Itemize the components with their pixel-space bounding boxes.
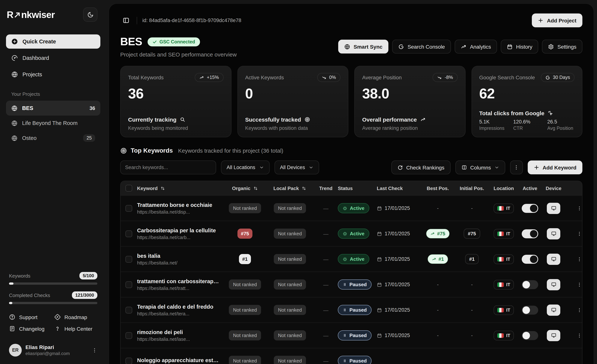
device-button[interactable] [547,253,560,265]
sidebar-item-projects[interactable]: Projects [6,67,100,82]
row-kebab-icon[interactable] [577,282,582,287]
trend-down-icon [322,75,327,80]
active-toggle[interactable] [522,229,538,238]
row-checkbox[interactable] [126,205,132,212]
italy-flag-icon [497,231,503,236]
cursor-click-icon [548,110,554,116]
keyword-url: https://besitalia.net/lase... [137,336,220,342]
active-toggle[interactable] [522,204,538,213]
columns-icon [461,165,467,170]
monitor-icon [551,231,556,236]
refresh-icon [397,165,403,170]
active-toggle[interactable] [522,305,538,314]
calendar-icon [507,44,513,50]
devices-filter[interactable]: All Devices [274,160,319,174]
check-rankings-button[interactable]: Check Rankings [391,160,450,174]
row-checkbox[interactable] [126,281,132,288]
row-checkbox[interactable] [126,332,132,339]
row-checkbox[interactable] [126,357,132,364]
device-button[interactable] [547,330,560,341]
logo-text-suffix: nkwiser [21,9,55,20]
keyword-name[interactable]: trattamenti con carbossiterapia,carbossi… [137,278,220,284]
select-all-checkbox[interactable] [126,185,132,191]
trend-badge: -8% [433,73,457,82]
row-kebab-icon[interactable] [577,257,582,262]
row-kebab-icon[interactable] [577,205,582,211]
project-item-bes[interactable]: BES 36 [6,101,100,116]
col-local-pack[interactable]: Local Pack [266,185,314,191]
changelog-link[interactable]: Changelog [9,326,52,332]
globe-icon [11,71,18,78]
user-menu-kebab-icon[interactable] [92,347,97,353]
col-organic[interactable]: Organic [224,185,266,191]
sidebar-item-dashboard[interactable]: Dashboard [6,51,100,65]
tab-analytics[interactable]: Analytics [455,40,497,53]
trend-up-icon [199,75,204,80]
tab-search-console[interactable]: Search Console [392,40,451,53]
tab-history[interactable]: History [501,40,538,53]
device-button[interactable] [547,304,560,316]
project-name: Life Beyond The Room [22,120,78,126]
columns-button[interactable]: Columns [455,160,505,174]
active-toggle[interactable] [522,280,538,289]
theme-toggle-button[interactable] [83,8,97,22]
row-kebab-icon[interactable] [577,333,582,338]
avatar: ER [9,344,22,356]
user-profile[interactable]: ER Elias Ripari eliasripari@gmail.com [8,341,99,359]
sidebar-collapse-button[interactable] [120,15,132,26]
project-item-osteo[interactable]: Osteo 25 [6,130,100,145]
keyword-search-input[interactable] [125,165,211,170]
project-item-life-beyond-the-room[interactable]: Life Beyond The Room [6,116,100,130]
keyword-name[interactable]: Trattamento borse e occhiaie [137,202,220,208]
row-checkbox[interactable] [126,307,132,313]
row-checkbox[interactable] [126,230,132,237]
sidebar-item-quick-create[interactable]: Quick Create [6,34,100,49]
chevron-down-icon [259,165,264,170]
locations-filter[interactable]: All Locations [221,160,269,174]
keyword-search[interactable] [120,160,216,174]
checks-usage-progressbar [9,302,97,304]
tab-settings[interactable]: Settings [542,40,582,53]
best-pos-value: - [437,205,439,211]
device-button[interactable] [547,203,560,214]
local-pack-badge: Not ranked [274,254,306,264]
monitor-icon [551,307,556,313]
sort-icon [160,186,165,191]
keyword-name[interactable]: rimozione dei peli [137,329,220,335]
add-project-button[interactable]: Add Project [532,14,582,27]
roadmap-link[interactable]: Roadmap [54,314,97,320]
col-initial-pos: Initial Pos. [455,185,489,191]
initial-pos-value: - [471,282,473,287]
sparkle-icon [343,206,347,210]
col-keyword[interactable]: Keyword [137,185,224,191]
keyword-name[interactable]: Terapia del caldo e del freddo [137,303,220,310]
sidebar: R nkwiser Quick Create Dashboard Pro [0,0,106,364]
calendar-icon [377,333,382,338]
card-description: Average ranking position [362,125,457,131]
row-kebab-icon[interactable] [577,307,582,312]
organic-rank-badge: #1 [239,254,251,264]
active-toggle[interactable] [522,331,538,340]
keyword-name[interactable]: bes italia [137,253,220,259]
keyword-url: https://besitalia.net/tera... [137,311,220,316]
tab-smart-sync[interactable]: Smart Sync [338,40,388,53]
row-kebab-icon[interactable] [577,231,582,236]
device-button[interactable] [547,228,560,239]
rankwiser-logo: R nkwiser [7,9,55,20]
card-description: Keywords being monitored [128,125,223,131]
support-link[interactable]: Support [9,314,52,320]
keyword-name[interactable]: Noleggio apparecchiature estetiche [137,357,220,363]
keyword-name[interactable]: Carbossiterapia per la cellulite [137,227,220,233]
help-center-link[interactable]: Help Center [54,326,97,332]
project-id-text: id: 84ad5afa-de1f-4658-8f1b-9709dc478e78 [142,18,241,23]
add-keyword-button[interactable]: Add Keyword [528,160,582,174]
row-checkbox[interactable] [126,256,132,262]
device-button[interactable] [547,279,560,290]
target-icon [305,117,310,122]
more-options-kebab-button[interactable] [510,160,523,174]
globe-icon [11,135,18,141]
active-toggle[interactable] [522,255,538,264]
monitor-icon [551,282,556,287]
italy-flag-icon [497,333,503,338]
keyword-url: https://besitalia.net/carb... [137,235,220,240]
